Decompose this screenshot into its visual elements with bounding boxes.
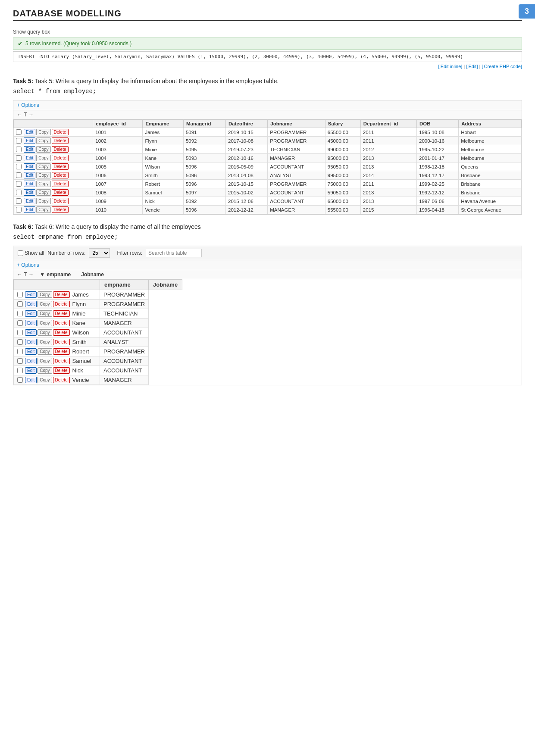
- delete-button[interactable]: Delete: [53, 377, 70, 383]
- t6-col-jobname[interactable]: Jobname: [81, 272, 104, 278]
- t6-nav-forward-icon[interactable]: →: [28, 272, 34, 278]
- row-checkbox[interactable]: [17, 311, 23, 316]
- row-checkbox[interactable]: [16, 147, 22, 152]
- row-checkbox[interactable]: [17, 292, 23, 297]
- row-checkbox[interactable]: [16, 138, 22, 144]
- row-checkbox[interactable]: [17, 377, 23, 383]
- show-all-checkbox[interactable]: [18, 250, 23, 256]
- col-header-deptid[interactable]: Department_id: [360, 120, 416, 128]
- copy-button[interactable]: Copy: [36, 198, 50, 204]
- edit-link[interactable]: Edit: [468, 64, 476, 69]
- t6-col-header-empname[interactable]: empname: [100, 280, 149, 290]
- edit-button[interactable]: Edit: [25, 339, 37, 345]
- row-checkbox[interactable]: [16, 207, 22, 212]
- row-checkbox[interactable]: [17, 320, 23, 326]
- delete-button[interactable]: Delete: [52, 129, 69, 135]
- copy-button[interactable]: Copy: [38, 339, 52, 345]
- t6-col-header-jobname[interactable]: Jobname: [149, 280, 182, 290]
- edit-button[interactable]: Edit: [24, 146, 35, 153]
- copy-button[interactable]: Copy: [36, 163, 50, 170]
- row-checkbox[interactable]: [17, 349, 23, 354]
- edit-button[interactable]: Edit: [24, 198, 35, 204]
- edit-button[interactable]: Edit: [24, 137, 35, 144]
- delete-button[interactable]: Delete: [53, 339, 70, 345]
- t6-col-empname[interactable]: empname: [47, 272, 71, 278]
- row-checkbox[interactable]: [16, 190, 22, 195]
- edit-button[interactable]: Edit: [25, 358, 37, 364]
- delete-button[interactable]: Delete: [53, 310, 70, 317]
- edit-button[interactable]: Edit: [24, 189, 35, 196]
- delete-button[interactable]: Delete: [52, 146, 69, 153]
- edit-button[interactable]: Edit: [24, 206, 35, 213]
- delete-button[interactable]: Delete: [52, 137, 69, 144]
- col-header-empid[interactable]: employee_id: [93, 120, 143, 128]
- delete-button[interactable]: Delete: [53, 291, 70, 298]
- copy-button[interactable]: Copy: [36, 189, 50, 196]
- delete-button[interactable]: Delete: [52, 189, 69, 196]
- edit-button[interactable]: Edit: [25, 377, 37, 383]
- row-checkbox[interactable]: [16, 198, 22, 204]
- col-header-dob[interactable]: DOB: [416, 120, 458, 128]
- delete-button[interactable]: Delete: [53, 329, 70, 336]
- delete-button[interactable]: Delete: [52, 172, 69, 178]
- delete-button[interactable]: Delete: [53, 320, 70, 326]
- copy-button[interactable]: Copy: [38, 291, 52, 298]
- delete-button[interactable]: Delete: [52, 198, 69, 204]
- row-checkbox[interactable]: [16, 164, 22, 169]
- col-header-managerid[interactable]: Managerid: [183, 120, 225, 128]
- copy-button[interactable]: Copy: [38, 348, 52, 355]
- edit-button[interactable]: Edit: [24, 163, 35, 170]
- show-query-box[interactable]: Show query box: [13, 29, 522, 35]
- col-header-jobname[interactable]: Jobname: [268, 120, 325, 128]
- delete-button[interactable]: Delete: [53, 301, 70, 307]
- delete-button[interactable]: Delete: [52, 181, 69, 187]
- copy-button[interactable]: Copy: [36, 129, 50, 135]
- edit-button[interactable]: Edit: [25, 320, 37, 326]
- col-header-address[interactable]: Address: [459, 120, 522, 128]
- copy-button[interactable]: Copy: [38, 310, 52, 317]
- search-input[interactable]: [146, 249, 202, 257]
- delete-button[interactable]: Delete: [53, 367, 70, 374]
- edit-button[interactable]: Edit: [25, 348, 37, 355]
- copy-button[interactable]: Copy: [38, 301, 52, 307]
- row-checkbox[interactable]: [16, 129, 22, 135]
- nav-forward-icon[interactable]: →: [28, 112, 34, 118]
- copy-button[interactable]: Copy: [38, 320, 52, 326]
- copy-button[interactable]: Copy: [38, 329, 52, 336]
- edit-button[interactable]: Edit: [24, 172, 35, 178]
- t6-sort-icon[interactable]: ▼: [40, 272, 45, 278]
- edit-button[interactable]: Edit: [25, 291, 37, 298]
- row-checkbox[interactable]: [17, 339, 23, 345]
- row-checkbox[interactable]: [17, 330, 23, 335]
- row-checkbox[interactable]: [17, 358, 23, 364]
- num-rows-select[interactable]: 25 50 100: [89, 248, 110, 258]
- delete-button[interactable]: Delete: [52, 155, 69, 161]
- nav-back-icon[interactable]: ←: [17, 112, 22, 118]
- edit-button[interactable]: Edit: [25, 367, 37, 374]
- edit-button[interactable]: Edit: [25, 310, 37, 317]
- task6-options[interactable]: + Options: [13, 260, 522, 270]
- create-php-link[interactable]: Create PHP code: [484, 64, 521, 69]
- edit-button[interactable]: Edit: [25, 301, 37, 307]
- row-checkbox[interactable]: [16, 155, 22, 161]
- copy-button[interactable]: Copy: [36, 172, 50, 178]
- copy-button[interactable]: Copy: [36, 155, 50, 161]
- delete-button[interactable]: Delete: [52, 206, 69, 213]
- row-checkbox[interactable]: [16, 181, 22, 187]
- delete-button[interactable]: Delete: [53, 358, 70, 364]
- copy-button[interactable]: Copy: [38, 377, 52, 383]
- copy-button[interactable]: Copy: [36, 181, 50, 187]
- col-header-salary[interactable]: Salary: [325, 120, 360, 128]
- copy-button[interactable]: Copy: [38, 367, 52, 374]
- row-checkbox[interactable]: [17, 368, 23, 373]
- delete-button[interactable]: Delete: [52, 163, 69, 170]
- edit-inline-link[interactable]: Edit inline: [441, 64, 461, 69]
- copy-button[interactable]: Copy: [36, 146, 50, 153]
- edit-button[interactable]: Edit: [24, 155, 35, 161]
- copy-button[interactable]: Copy: [38, 358, 52, 364]
- copy-button[interactable]: Copy: [36, 206, 50, 213]
- edit-button[interactable]: Edit: [24, 129, 35, 135]
- delete-button[interactable]: Delete: [53, 348, 70, 355]
- edit-button[interactable]: Edit: [25, 329, 37, 336]
- col-header-dateofhire[interactable]: Dateofhire: [226, 120, 268, 128]
